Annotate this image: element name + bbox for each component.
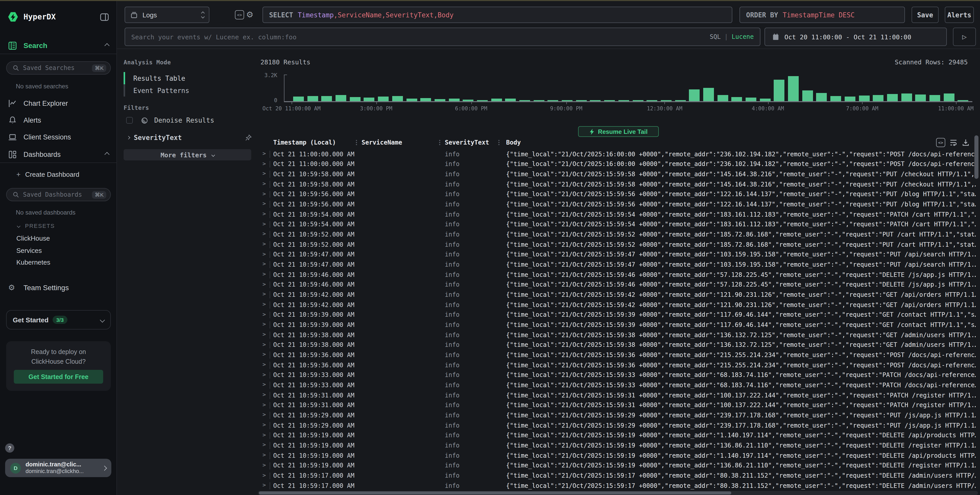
resume-live-tail-button[interactable]: Resume Live Tail bbox=[578, 126, 659, 137]
save-button[interactable]: Save bbox=[912, 6, 939, 23]
histogram-bar[interactable] bbox=[548, 100, 558, 101]
histogram-bar[interactable] bbox=[519, 100, 530, 101]
log-table[interactable]: >Oct 21 11:00:00.000 AMinfo{"time_local"… bbox=[117, 149, 980, 492]
histogram-bar[interactable] bbox=[590, 100, 601, 101]
histogram-bar[interactable] bbox=[406, 98, 417, 101]
histogram-bar[interactable] bbox=[802, 91, 813, 101]
histogram-bar[interactable] bbox=[703, 88, 714, 101]
row-expand-icon[interactable]: > bbox=[262, 432, 266, 438]
user-menu[interactable]: D dominic.tran@clic... dominic.tran@clic… bbox=[5, 459, 111, 477]
histogram-bar[interactable] bbox=[830, 96, 841, 101]
histogram-bar[interactable] bbox=[774, 80, 785, 101]
log-row[interactable]: >Oct 21 10:59:46.000 AMinfo{"time_local"… bbox=[117, 270, 980, 280]
row-expand-icon[interactable]: > bbox=[262, 150, 266, 157]
row-expand-icon[interactable]: > bbox=[262, 482, 266, 489]
row-expand-icon[interactable]: > bbox=[262, 371, 266, 378]
mode-event-patterns[interactable]: Event Patterns bbox=[133, 87, 189, 94]
denoise-checkbox[interactable] bbox=[126, 117, 133, 124]
histogram-bar[interactable] bbox=[378, 96, 389, 101]
log-row[interactable]: >Oct 21 10:59:39.000 AMinfo{"time_local"… bbox=[117, 320, 980, 330]
preset-item-services[interactable]: Services bbox=[0, 247, 117, 255]
get-started-free-button[interactable]: Get Started for Free bbox=[14, 370, 103, 384]
log-row[interactable]: >Oct 21 10:59:19.000 AMinfo{"time_local"… bbox=[117, 441, 980, 450]
histogram-bar[interactable] bbox=[887, 94, 898, 101]
sidebar-item-search[interactable]: Search bbox=[0, 40, 117, 51]
event-search-input[interactable]: Search your events w/ Lucene ex. column:… bbox=[125, 28, 760, 46]
histogram-bar[interactable] bbox=[505, 99, 516, 101]
row-expand-icon[interactable]: > bbox=[262, 251, 266, 257]
log-row[interactable]: >Oct 21 10:59:17.000 AMinfo{"time_local"… bbox=[117, 471, 980, 481]
wrap-text-icon[interactable] bbox=[949, 138, 958, 146]
date-range-picker[interactable]: Oct 20 11:00:00 - Oct 21 11:00:00 bbox=[765, 28, 947, 46]
row-expand-icon[interactable]: > bbox=[262, 452, 266, 458]
log-row[interactable]: >Oct 21 10:59:31.000 AMinfo{"time_local"… bbox=[117, 401, 980, 411]
histogram-bar[interactable] bbox=[859, 95, 869, 101]
row-expand-icon[interactable]: > bbox=[262, 311, 266, 318]
log-row[interactable]: >Oct 21 10:59:29.000 AMinfo{"time_local"… bbox=[117, 420, 980, 430]
histogram-bar[interactable] bbox=[717, 95, 728, 101]
row-expand-icon[interactable]: > bbox=[262, 411, 266, 418]
row-expand-icon[interactable]: > bbox=[262, 351, 266, 358]
sidebar-item-dashboards[interactable]: Dashboards bbox=[0, 149, 117, 160]
log-row[interactable]: >Oct 21 10:59:29.000 AMinfo{"time_local"… bbox=[117, 411, 980, 420]
row-expand-icon[interactable]: > bbox=[262, 180, 266, 187]
histogram-bar[interactable] bbox=[604, 100, 615, 101]
log-row[interactable]: >Oct 21 10:59:38.000 AMinfo{"time_local"… bbox=[117, 340, 980, 350]
histogram-bar[interactable] bbox=[873, 95, 883, 101]
histogram-bar[interactable] bbox=[434, 99, 445, 101]
log-row[interactable]: >Oct 21 11:00:00.000 AMinfo{"time_local"… bbox=[117, 159, 980, 169]
language-toggle[interactable]: SQL | Lucene bbox=[710, 33, 754, 40]
get-started-toggle[interactable]: Get Started 3/3 bbox=[6, 310, 111, 329]
histogram-bar[interactable] bbox=[420, 98, 431, 101]
histogram-bar[interactable] bbox=[576, 100, 587, 101]
log-row[interactable]: >Oct 21 10:59:47.000 AMinfo{"time_local"… bbox=[117, 250, 980, 259]
histogram-bar[interactable] bbox=[915, 94, 926, 101]
histogram-bar[interactable] bbox=[321, 96, 332, 101]
histogram-bar[interactable] bbox=[929, 95, 940, 101]
histogram-bar[interactable] bbox=[619, 100, 629, 101]
histogram-bar[interactable] bbox=[760, 98, 770, 101]
row-expand-icon[interactable]: > bbox=[262, 210, 266, 217]
column-resize-handle[interactable] bbox=[439, 140, 440, 146]
download-icon[interactable] bbox=[962, 138, 970, 146]
row-expand-icon[interactable]: > bbox=[262, 220, 266, 227]
col-header-body[interactable]: Body bbox=[506, 139, 521, 146]
log-row[interactable]: >Oct 21 10:59:46.000 AMinfo{"time_local"… bbox=[117, 280, 980, 290]
presets-toggle[interactable]: PRESETS bbox=[0, 222, 117, 229]
gear-icon[interactable]: ⚙ bbox=[246, 10, 253, 19]
row-expand-icon[interactable]: > bbox=[262, 361, 266, 368]
log-row[interactable]: >Oct 21 10:59:39.000 AMinfo{"time_local"… bbox=[117, 310, 980, 320]
severity-filter-group[interactable]: SeverityText bbox=[127, 134, 252, 142]
help-button[interactable]: ? bbox=[5, 443, 14, 453]
log-row[interactable]: >Oct 21 10:59:36.000 AMinfo{"time_local"… bbox=[117, 360, 980, 370]
log-row[interactable]: >Oct 21 11:00:00.000 AMinfo{"time_local"… bbox=[117, 149, 980, 159]
log-row[interactable]: >Oct 21 10:59:58.000 AMinfo{"time_local"… bbox=[117, 179, 980, 189]
sidebar-item-team-settings[interactable]: ⚙ Team Settings bbox=[0, 282, 117, 293]
log-row[interactable]: >Oct 21 10:59:52.000 AMinfo{"time_local"… bbox=[117, 230, 980, 240]
histogram-bar[interactable] bbox=[633, 100, 643, 101]
histogram-bar[interactable] bbox=[689, 89, 700, 101]
row-expand-icon[interactable]: > bbox=[262, 331, 266, 337]
log-row[interactable]: >Oct 21 10:59:58.000 AMinfo{"time_local"… bbox=[117, 169, 980, 179]
log-row[interactable]: >Oct 21 10:59:54.000 AMinfo{"time_local"… bbox=[117, 220, 980, 229]
orderby-input[interactable]: ORDER BY TimestampTime DESC bbox=[740, 6, 905, 23]
log-row[interactable]: >Oct 21 10:59:47.000 AMinfo{"time_local"… bbox=[117, 260, 980, 270]
col-header-servicename[interactable]: ServiceName bbox=[361, 139, 402, 146]
row-expand-icon[interactable]: > bbox=[262, 301, 266, 307]
column-resize-handle[interactable] bbox=[498, 140, 500, 146]
row-expand-icon[interactable]: > bbox=[262, 271, 266, 277]
histogram-bar[interactable] bbox=[661, 100, 671, 101]
histogram-bar[interactable] bbox=[816, 93, 827, 101]
vertical-scrollbar-thumb[interactable] bbox=[974, 135, 978, 179]
run-query-button[interactable]: ▷ bbox=[953, 28, 976, 46]
saved-dashboards-input[interactable]: Saved Dashboards ⌘K bbox=[6, 188, 111, 201]
lang-sql[interactable]: SQL bbox=[710, 33, 721, 40]
histogram-bar[interactable] bbox=[788, 76, 799, 101]
histogram-bar[interactable] bbox=[732, 97, 742, 101]
histogram-bar[interactable] bbox=[392, 96, 403, 101]
log-row[interactable]: >Oct 21 10:59:56.000 AMinfo{"time_local"… bbox=[117, 189, 980, 199]
mode-results-table[interactable]: Results Table bbox=[133, 75, 185, 82]
log-row[interactable]: >Oct 21 10:59:42.000 AMinfo{"time_local"… bbox=[117, 290, 980, 300]
row-expand-icon[interactable]: > bbox=[262, 442, 266, 448]
row-expand-icon[interactable]: > bbox=[262, 291, 266, 298]
